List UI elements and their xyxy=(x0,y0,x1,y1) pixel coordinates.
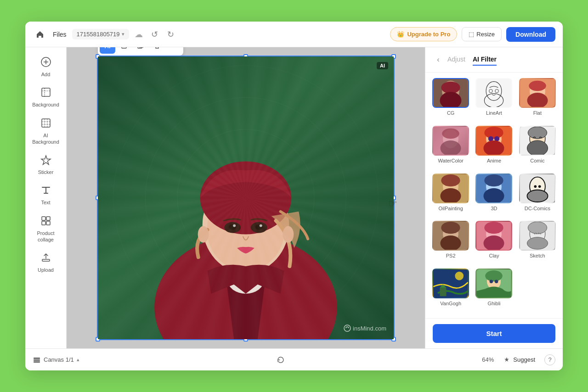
image-container[interactable]: AI New ··· xyxy=(97,56,395,340)
sidebar-item-ai-background-label: AI Background xyxy=(32,132,59,146)
bottom-right: 64% Suggest ? xyxy=(482,354,555,365)
resize-button[interactable]: ⬚ Resize xyxy=(462,27,502,41)
svg-rect-4 xyxy=(46,217,50,220)
undo-button[interactable]: ↺ xyxy=(148,28,161,41)
delete-button[interactable] xyxy=(149,47,165,54)
sidebar-item-add-label: Add xyxy=(41,71,51,78)
oilpainting-preview xyxy=(433,174,468,202)
download-button[interactable]: Download xyxy=(506,27,555,42)
filter-3d[interactable]: 3D xyxy=(474,174,514,218)
upgrade-label: Upgrade to Pro xyxy=(407,31,450,38)
sidebar-item-product-collage[interactable]: Product collage xyxy=(28,212,63,247)
cursor-indicator: ☞ xyxy=(388,198,397,210)
file-id-box[interactable]: 1715581805719 ▾ xyxy=(72,29,129,39)
filter-lineart[interactable]: LineArt xyxy=(474,78,514,122)
sidebar-item-upload[interactable]: Upload xyxy=(28,248,63,277)
sidebar-item-ai-background[interactable]: AI Background xyxy=(28,114,63,149)
canvas-background: AI New ··· xyxy=(67,47,425,348)
filter-lineart-label: LineArt xyxy=(486,110,502,116)
image-toolbar: AI New ··· xyxy=(98,47,183,56)
svg-rect-5 xyxy=(42,221,45,225)
svg-point-73 xyxy=(441,222,460,234)
filter-thumb-watercolor xyxy=(432,126,469,156)
filter-oilpainting[interactable]: OilPainting xyxy=(431,174,470,218)
zoom-label: 64% xyxy=(482,356,494,363)
layers-button[interactable]: Canvas 1/1 ▴ xyxy=(33,356,79,364)
duplicate-button[interactable] xyxy=(133,47,148,54)
suggest-button[interactable]: Suggest xyxy=(499,354,539,365)
sidebar-item-sticker[interactable]: Sticker xyxy=(28,151,63,179)
filter-3d-label: 3D xyxy=(491,206,497,211)
panel-back-button[interactable]: ‹ xyxy=(433,54,444,65)
tab-ai-filter[interactable]: AI Filter xyxy=(473,54,497,66)
sidebar-item-background[interactable]: Background xyxy=(28,83,63,112)
svg-point-55 xyxy=(528,127,547,139)
sidebar-item-text[interactable]: Text xyxy=(28,181,63,209)
more-options-button[interactable]: ··· xyxy=(166,47,181,54)
svg-point-49 xyxy=(485,127,503,139)
filter-comic[interactable]: Comic xyxy=(518,126,557,170)
sidebar-item-upload-label: Upload xyxy=(38,267,54,273)
sidebar-item-add[interactable]: Add xyxy=(28,53,63,81)
resize-label: Resize xyxy=(476,31,495,38)
tab-adjust[interactable]: Adjust xyxy=(447,54,465,66)
svg-point-82 xyxy=(527,237,548,249)
filter-clay[interactable]: Clay xyxy=(474,221,514,265)
help-button[interactable]: ? xyxy=(544,354,555,365)
filter-thumb-3d xyxy=(475,174,512,203)
dccomics-preview xyxy=(520,174,555,202)
add-icon xyxy=(40,56,51,69)
svg-point-63 xyxy=(485,174,503,186)
app-window: Files 1715581805719 ▾ ☁ ↺ ↻ 👑 Upgrade to… xyxy=(25,22,563,370)
ghibli-preview xyxy=(476,269,511,297)
svg-point-88 xyxy=(486,270,503,281)
filter-sketch[interactable]: Sketch xyxy=(518,221,557,265)
top-bar: Files 1715581805719 ▾ ☁ ↺ ↻ 👑 Upgrade to… xyxy=(25,22,563,47)
watermark-icon xyxy=(344,325,351,332)
filter-vangogh[interactable]: VanGogh xyxy=(431,269,470,313)
filter-cg-label: CG xyxy=(447,110,455,116)
ai-enhance-button[interactable]: AI New xyxy=(100,47,115,54)
svg-rect-85 xyxy=(440,288,447,297)
filter-ps2[interactable]: PS2 xyxy=(431,221,470,265)
svg-point-32 xyxy=(441,82,460,94)
watermark: insMind.com xyxy=(344,325,386,332)
filter-comic-label: Comic xyxy=(530,158,544,163)
more-icon: ··· xyxy=(170,47,177,50)
canvas-area[interactable]: AI New ··· xyxy=(67,47,425,348)
filter-watercolor[interactable]: WaterColor xyxy=(431,126,470,170)
left-sidebar: Add Background AI Background Sticker xyxy=(25,47,67,348)
svg-rect-91 xyxy=(34,358,40,359)
filter-flat[interactable]: Flat xyxy=(518,78,557,122)
vangogh-preview xyxy=(433,269,468,297)
svg-point-45 xyxy=(442,129,459,139)
refresh-button[interactable] xyxy=(274,353,287,366)
crop-button[interactable] xyxy=(116,47,132,54)
files-nav[interactable]: Files xyxy=(53,31,67,38)
filter-thumb-cg xyxy=(432,78,469,108)
filter-ghibli[interactable]: Ghibli xyxy=(474,269,514,313)
filter-anime[interactable]: Anime xyxy=(474,126,514,170)
redo-button[interactable]: ↻ xyxy=(164,28,177,41)
filter-vangogh-label: VanGogh xyxy=(440,301,461,306)
lineart-preview xyxy=(476,79,511,107)
watermark-text: insMind.com xyxy=(353,325,386,332)
svg-rect-93 xyxy=(34,361,40,363)
home-button[interactable] xyxy=(33,27,47,42)
filter-thumb-lineart xyxy=(475,78,512,108)
svg-point-68 xyxy=(527,190,548,202)
sticker-icon xyxy=(40,154,51,167)
upgrade-button[interactable]: 👑 Upgrade to Pro xyxy=(390,27,457,41)
cloud-save-icon[interactable]: ☁ xyxy=(135,29,143,39)
svg-point-89 xyxy=(490,280,493,284)
sidebar-item-product-collage-label: Product collage xyxy=(33,230,59,243)
filter-thumb-dccomics xyxy=(519,174,556,203)
filter-cg[interactable]: CG xyxy=(431,78,470,122)
filter-dccomics[interactable]: DC-Comics xyxy=(518,174,557,218)
sidebar-item-sticker-label: Sticker xyxy=(38,169,54,175)
start-button[interactable]: Start xyxy=(433,324,555,343)
sidebar-item-text-label: Text xyxy=(41,199,50,206)
svg-point-77 xyxy=(485,222,503,234)
filter-sketch-label: Sketch xyxy=(530,253,545,258)
image-swirl xyxy=(98,56,394,339)
